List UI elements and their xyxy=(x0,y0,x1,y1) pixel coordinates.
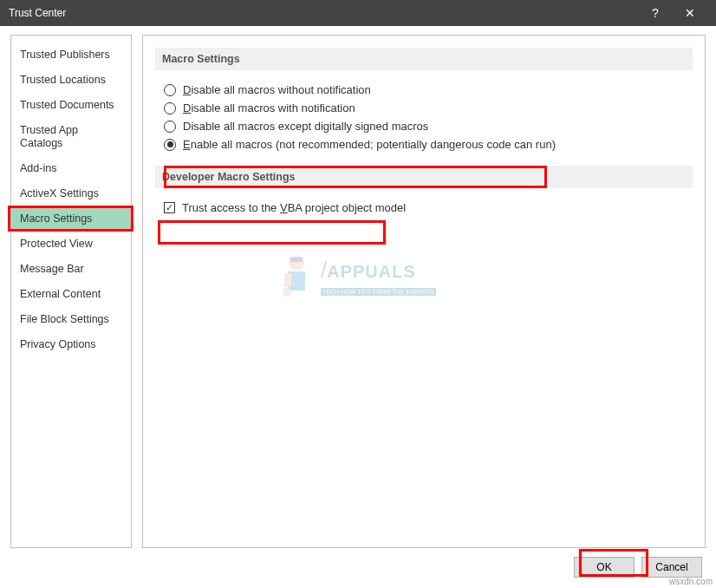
ok-button[interactable]: OK xyxy=(574,557,635,578)
radio-icon xyxy=(164,102,176,114)
svg-rect-2 xyxy=(288,271,305,291)
developer-settings-heading: Developer Macro Settings xyxy=(155,166,693,188)
radio-disable-no-notify[interactable]: Disable all macros without notification xyxy=(155,81,693,99)
radio-label: Disable all macros except digitally sign… xyxy=(183,120,428,133)
radio-icon xyxy=(164,121,176,133)
svg-rect-1 xyxy=(290,258,303,262)
dialog-footer: OK Cancel xyxy=(0,553,716,588)
checkbox-trust-vba[interactable]: Trust access to the VBA project object m… xyxy=(155,199,693,217)
sidebar-item-add-ins[interactable]: Add-ins xyxy=(11,156,131,181)
sidebar-item-trusted-locations[interactable]: Trusted Locations xyxy=(11,68,131,93)
window-title: Trust Center xyxy=(9,7,638,19)
sidebar-item-trusted-app-catalogs[interactable]: Trusted App Catalogs xyxy=(11,118,131,156)
svg-point-4 xyxy=(283,288,291,297)
radio-disable-with-notify[interactable]: Disable all macros with notification xyxy=(155,99,693,117)
main-panel: Macro Settings Disable all macros withou… xyxy=(142,35,706,548)
radio-label: Disable all macros without notification xyxy=(183,83,371,96)
checkbox-label: Trust access to the VBA project object m… xyxy=(182,201,406,214)
radio-disable-signed[interactable]: Disable all macros except digitally sign… xyxy=(155,117,693,135)
sidebar-item-external-content[interactable]: External Content xyxy=(11,282,131,307)
sidebar: Trusted Publishers Trusted Locations Tru… xyxy=(10,35,132,548)
radio-icon xyxy=(164,84,176,96)
radio-enable-all[interactable]: Enable all macros (not recommended; pote… xyxy=(155,135,693,154)
sidebar-item-trusted-documents[interactable]: Trusted Documents xyxy=(11,93,131,118)
close-icon[interactable]: ✕ xyxy=(673,6,707,20)
macro-settings-heading: Macro Settings xyxy=(155,48,693,70)
sidebar-item-privacy-options[interactable]: Privacy Options xyxy=(11,332,131,357)
svg-rect-3 xyxy=(284,273,291,287)
checkbox-icon xyxy=(164,202,175,213)
sidebar-item-protected-view[interactable]: Protected View xyxy=(11,232,131,257)
attribution-text: wsxdn.com xyxy=(669,577,713,586)
cancel-button[interactable]: Cancel xyxy=(641,557,702,578)
sidebar-item-message-bar[interactable]: Message Bar xyxy=(11,257,131,282)
radio-label: Disable all macros with notification xyxy=(183,101,355,114)
sidebar-item-file-block-settings[interactable]: File Block Settings xyxy=(11,307,131,332)
radio-label: Enable all macros (not recommended; pote… xyxy=(183,138,556,151)
titlebar: Trust Center ? ✕ xyxy=(0,0,716,26)
watermark: /APPUALS TECH HOW-TO'S FROM THE EXPERTS xyxy=(277,252,451,330)
sidebar-item-macro-settings[interactable]: Macro Settings xyxy=(11,206,131,232)
sidebar-item-activex-settings[interactable]: ActiveX Settings xyxy=(11,181,131,206)
help-icon[interactable]: ? xyxy=(638,6,673,20)
sidebar-item-trusted-publishers[interactable]: Trusted Publishers xyxy=(11,42,131,68)
svg-point-0 xyxy=(289,255,304,271)
radio-icon xyxy=(164,139,176,151)
